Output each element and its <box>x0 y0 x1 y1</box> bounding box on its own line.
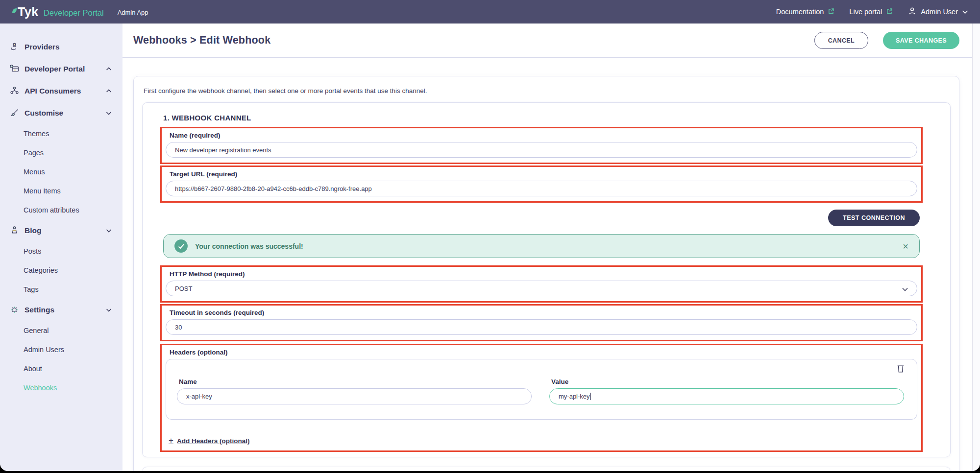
text-cursor <box>590 393 591 400</box>
test-connection-button[interactable]: TEST CONNECTION <box>828 210 920 226</box>
live-portal-link[interactable]: Live portal <box>849 8 893 16</box>
timeout-input[interactable] <box>166 319 917 335</box>
cancel-button[interactable]: CANCEL <box>814 32 868 49</box>
tyk-leaf-icon <box>12 7 17 16</box>
main-content: First configure the webhook channel, the… <box>122 58 972 471</box>
tyk-logo[interactable]: Tyk <box>12 3 39 20</box>
providers-icon <box>9 42 20 52</box>
sidebar-item-posts[interactable]: Posts <box>0 241 122 260</box>
webhook-form-panel: First configure the webhook channel, the… <box>133 76 959 471</box>
sidebar-item-api-consumers[interactable]: API Consumers <box>0 80 122 102</box>
http-method-field-label: HTTP Method (required) <box>170 270 917 278</box>
header-row-card: Name Value my-api-key <box>166 359 917 420</box>
header-value-label: Value <box>551 378 904 385</box>
developer-portal-icon <box>9 64 20 74</box>
chevron-down-icon <box>902 285 908 294</box>
target-url-input[interactable] <box>166 181 917 196</box>
annotation-box-http-method: HTTP Method (required) POST <box>160 265 923 303</box>
live-portal-label: Live portal <box>849 8 882 16</box>
header-name-input[interactable] <box>177 388 532 404</box>
annotation-box-name: Name (required) <box>160 127 923 164</box>
sidebar-item-admin-users[interactable]: Admin Users <box>0 340 122 359</box>
intro-text: First configure the webhook channel, the… <box>144 87 959 95</box>
documentation-label: Documentation <box>776 8 824 16</box>
name-input[interactable] <box>166 142 917 158</box>
add-headers-label: Add Headers (optional) <box>177 437 250 445</box>
chevron-down-icon <box>106 229 112 233</box>
app-name: Admin App <box>118 9 148 16</box>
chevron-up-icon <box>106 67 112 71</box>
portal-events-card <box>142 467 951 471</box>
http-method-select[interactable]: POST <box>166 281 917 296</box>
sidebar-item-customise[interactable]: Customise <box>0 102 122 124</box>
check-circle-icon <box>174 239 188 253</box>
timeout-field-label: Timeout in seconds (required) <box>170 309 917 316</box>
webhook-channel-card: 1. WEBHOOK CHANNEL Name (required) Targe… <box>142 102 951 457</box>
user-icon <box>907 6 917 17</box>
delete-header-button[interactable] <box>896 364 905 375</box>
breadcrumb: Webhooks > Edit Webhook <box>133 34 270 47</box>
customise-icon <box>9 108 20 118</box>
add-headers-link[interactable]: + Add Headers (optional) <box>169 436 249 446</box>
chevron-down-icon <box>106 308 112 312</box>
product-name: Developer Portal <box>44 8 104 18</box>
sidebar-item-menu-items[interactable]: Menu Items <box>0 181 122 200</box>
sidebar-item-menus[interactable]: Menus <box>0 162 122 181</box>
alert-message: Your connection was successful! <box>195 242 303 250</box>
header-value-input[interactable]: my-api-key <box>549 388 904 404</box>
chevron-down-icon <box>962 8 968 16</box>
sidebar-item-about[interactable]: About <box>0 359 122 378</box>
sidebar-item-webhooks[interactable]: Webhooks <box>0 378 122 397</box>
close-icon[interactable]: × <box>903 241 908 251</box>
annotation-box-target-url: Target URL (required) <box>160 166 923 203</box>
plus-icon: + <box>169 436 173 446</box>
sidebar-item-general[interactable]: General <box>0 321 122 340</box>
sidebar-item-themes[interactable]: Themes <box>0 124 122 143</box>
logo-text: Tyk <box>18 3 39 20</box>
header-value-text: my-api-key <box>559 393 590 400</box>
top-navbar: Tyk Developer Portal Admin App Documenta… <box>0 0 980 24</box>
target-url-field-label: Target URL (required) <box>170 170 917 178</box>
annotation-box-timeout: Timeout in seconds (required) <box>160 304 923 341</box>
headers-section-label: Headers (optional) <box>170 349 917 356</box>
annotation-box-headers: Headers (optional) Name <box>160 344 923 452</box>
http-method-value: POST <box>175 285 192 292</box>
header-name-label: Name <box>179 378 532 385</box>
chevron-up-icon <box>106 89 112 93</box>
blog-icon <box>9 225 20 236</box>
success-alert: Your connection was successful! × <box>163 234 920 258</box>
section-title: 1. WEBHOOK CHANNEL <box>163 114 923 122</box>
sidebar-item-pages[interactable]: Pages <box>0 143 122 162</box>
sidebar-item-providers[interactable]: Providers <box>0 36 122 58</box>
name-field-label: Name (required) <box>170 132 917 139</box>
chevron-down-icon <box>106 111 112 115</box>
trash-icon <box>896 368 905 375</box>
save-changes-button[interactable]: SAVE CHANGES <box>883 32 959 49</box>
sidebar-item-settings[interactable]: Settings <box>0 299 122 321</box>
user-name: Admin User <box>921 8 958 16</box>
external-link-icon <box>886 8 893 16</box>
settings-icon <box>9 305 20 315</box>
documentation-link[interactable]: Documentation <box>776 8 835 16</box>
sidebar-item-developer-portal[interactable]: Developer Portal <box>0 58 122 80</box>
api-consumers-icon <box>9 86 20 96</box>
external-link-icon <box>828 8 834 16</box>
sidebar-item-categories[interactable]: Categories <box>0 260 122 280</box>
sidebar-item-blog[interactable]: Blog <box>0 219 122 241</box>
user-menu[interactable]: Admin User <box>907 6 968 17</box>
app-window: Tyk Developer Portal Admin App Documenta… <box>0 0 980 471</box>
sidebar-item-tags[interactable]: Tags <box>0 280 122 299</box>
vertical-scrollbar[interactable] <box>972 24 980 471</box>
sidebar: Providers Developer Portal API Consumers <box>0 24 122 471</box>
page-header: Webhooks > Edit Webhook CANCEL SAVE CHAN… <box>122 24 972 58</box>
sidebar-item-custom-attributes[interactable]: Custom attributes <box>0 200 122 219</box>
